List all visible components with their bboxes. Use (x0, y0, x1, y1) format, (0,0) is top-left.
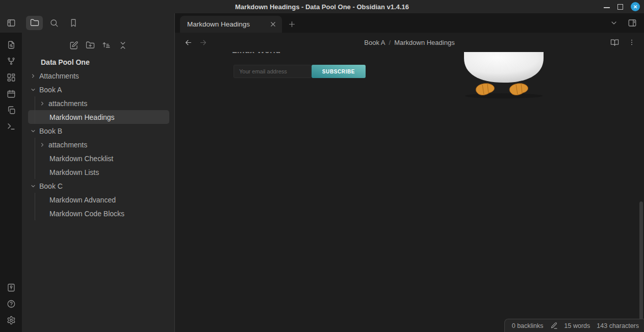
file-search-icon[interactable] (7, 40, 16, 49)
collapse-all-icon[interactable] (118, 41, 127, 50)
tab-bar: Markdown Headings (175, 13, 644, 33)
tab-file-explorer[interactable] (26, 16, 43, 30)
new-tab-button[interactable] (282, 16, 301, 33)
tree-item-label: Markdown Checklist (49, 155, 113, 163)
indent-guide (35, 138, 35, 179)
edit-mode-pencil-icon[interactable] (550, 322, 558, 329)
app-frame: Data Pool One Attachments Book A attachm… (0, 13, 644, 332)
ribbon-actions (0, 33, 22, 283)
tree-item-label: Attachments (39, 72, 79, 80)
main-pane: Markdown Headings (175, 13, 644, 332)
breadcrumb-separator: / (389, 39, 391, 46)
tree-item-label: Markdown Advanced (49, 196, 116, 204)
tab-close-icon[interactable] (269, 20, 277, 28)
settings-gear-icon[interactable] (7, 316, 16, 325)
panel-right-toggle-icon[interactable] (628, 18, 637, 28)
version-graph-icon[interactable] (7, 57, 16, 66)
ribbon-bottom (0, 283, 22, 332)
tree-item-label: Book A (39, 86, 62, 94)
terminal-icon[interactable] (7, 122, 16, 131)
tree-item-label: attachments (48, 99, 87, 108)
tree-item-markdown-checklist[interactable]: Markdown Checklist (28, 151, 169, 165)
tree-item-book-b[interactable]: Book B (28, 124, 169, 138)
folder-icon (30, 18, 39, 28)
tree-item-book-b-attachments[interactable]: attachments (28, 138, 169, 151)
clipped-heading: Linux World (232, 52, 280, 56)
note-heading: Linux World (232, 52, 280, 55)
tree-item-label: Book C (39, 182, 63, 190)
new-note-icon[interactable] (69, 41, 79, 50)
plus-icon (288, 20, 296, 29)
chevron-right-icon (30, 73, 36, 79)
window-title: Markdown Headings - Data Pool One - Obsi… (235, 3, 409, 11)
tab-markdown-headings[interactable]: Markdown Headings (180, 16, 282, 33)
character-count: 143 characters (597, 322, 639, 329)
tree-item-label: Markdown Headings (49, 113, 115, 121)
chevron-right-icon (39, 100, 45, 107)
breadcrumb-file[interactable]: Markdown Headings (394, 39, 455, 46)
tab-bookmarks[interactable] (65, 16, 82, 30)
copy-files-icon[interactable] (7, 106, 16, 115)
window-titlebar: Markdown Headings - Data Pool One - Obsi… (0, 0, 644, 13)
explorer-actions (22, 36, 174, 55)
vertical-scrollbar[interactable] (639, 201, 643, 320)
tab-search[interactable] (45, 16, 62, 30)
status-bar: 0 backlinks 15 words 143 characters (504, 319, 644, 332)
subscribe-button[interactable]: SUBSCRIBE (312, 65, 366, 78)
close-button[interactable]: ✕ (631, 2, 640, 11)
sort-order-icon[interactable] (102, 41, 111, 50)
forward-arrow-icon[interactable] (199, 38, 208, 47)
bookmark-icon (69, 18, 78, 28)
tux-penguin-image (453, 52, 555, 100)
panel-left-toggle-icon[interactable] (7, 18, 16, 28)
chevron-down-icon (30, 183, 36, 189)
word-count: 15 words (564, 322, 590, 329)
new-folder-icon[interactable] (86, 41, 95, 50)
vault-title: Data Pool One (28, 55, 169, 69)
calendar-icon[interactable] (7, 89, 16, 98)
tab-title: Markdown Headings (187, 20, 269, 28)
layout-grid-icon[interactable] (7, 73, 16, 82)
tree-item-book-a-attachments[interactable]: attachments (28, 96, 169, 110)
left-ribbon (0, 13, 22, 332)
newsletter-form: SUBSCRIBE (234, 65, 366, 78)
note-content[interactable]: Linux World SUBSCRIBE (175, 52, 644, 332)
tree-item-markdown-advanced[interactable]: Markdown Advanced (28, 193, 169, 207)
ribbon-top (0, 13, 22, 33)
sidebar-tab-strip (22, 13, 174, 33)
search-icon (49, 18, 59, 28)
back-arrow-icon[interactable] (184, 38, 193, 47)
backlinks-count[interactable]: 0 backlinks (512, 322, 544, 329)
tree-item-label: Markdown Lists (49, 168, 99, 176)
reading-view-book-icon[interactable] (610, 38, 619, 47)
help-icon[interactable] (7, 299, 16, 309)
chevron-down-icon (30, 128, 36, 134)
tree-item-markdown-lists[interactable]: Markdown Lists (28, 165, 169, 179)
email-input[interactable] (234, 65, 311, 78)
left-sidebar: Data Pool One Attachments Book A attachm… (22, 13, 175, 332)
tree-item-label: Book B (39, 127, 62, 135)
breadcrumb-folder[interactable]: Book A (364, 39, 385, 46)
maximize-button[interactable] (617, 4, 623, 10)
indent-guide (35, 193, 35, 220)
tree-item-label: attachments (48, 141, 87, 149)
more-options-icon[interactable] (628, 38, 636, 47)
minimize-button[interactable] (604, 7, 610, 8)
tree-item-markdown-code-blocks[interactable]: Markdown Code Blocks (28, 207, 169, 220)
history-nav (175, 38, 208, 47)
vault-switcher-icon[interactable] (7, 283, 16, 292)
breadcrumb: Book A/Markdown Headings (175, 39, 644, 46)
tree-item-label: Markdown Code Blocks (49, 210, 124, 218)
tree-item-book-c[interactable]: Book C (28, 179, 169, 193)
tab-bar-right (610, 13, 644, 33)
chevron-right-icon (39, 142, 45, 148)
tab-list-chevron-icon[interactable] (610, 19, 618, 27)
file-tree: Data Pool One Attachments Book A attachm… (22, 55, 174, 332)
window-controls: ✕ (604, 0, 640, 13)
tree-item-markdown-headings[interactable]: Markdown Headings (28, 110, 169, 124)
view-header-actions (610, 38, 644, 47)
chevron-down-icon (30, 87, 36, 93)
view-header: Book A/Markdown Headings (175, 33, 644, 52)
tree-item-attachments-root[interactable]: Attachments (28, 69, 169, 83)
tree-item-book-a[interactable]: Book A (28, 83, 169, 96)
